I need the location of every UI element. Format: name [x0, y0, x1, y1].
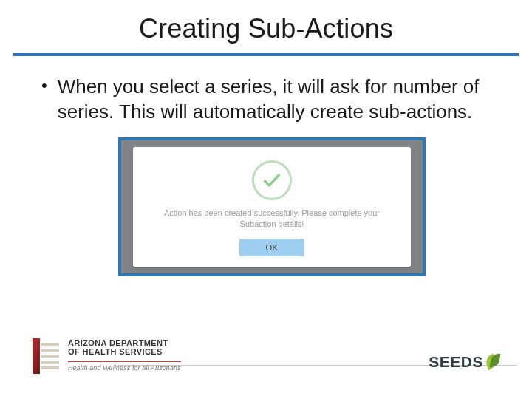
success-check-icon	[252, 160, 292, 200]
agency-line1: ARIZONA DEPARTMENT	[68, 338, 181, 347]
footer: ARIZONA DEPARTMENT OF HEALTH SERVICES He…	[15, 338, 517, 389]
seeds-leaf-icon	[486, 353, 499, 371]
bullet-item: • When you select a series, it will ask …	[41, 74, 502, 124]
agency-line2: OF HEALTH SERVICES	[68, 347, 181, 356]
title-area: Creating Sub-Actions	[0, 0, 532, 49]
dialog-screenshot-frame: Action has been created successfully. Pl…	[118, 137, 426, 276]
slide: Creating Sub-Actions • When you select a…	[0, 0, 532, 399]
ok-button[interactable]: OK	[239, 239, 305, 256]
bullet-text: When you select a series, it will ask fo…	[58, 74, 502, 124]
seeds-wordmark: SEEDS	[429, 353, 483, 371]
bullet-icon: •	[41, 74, 58, 98]
body-area: • When you select a series, it will ask …	[0, 56, 532, 276]
agency-tagline: Health and Wellness for all Arizonans	[68, 361, 181, 372]
azdhs-logo: ARIZONA DEPARTMENT OF HEALTH SERVICES He…	[33, 338, 181, 374]
success-dialog: Action has been created successfully. Pl…	[133, 147, 411, 267]
azdhs-text: ARIZONA DEPARTMENT OF HEALTH SERVICES He…	[68, 338, 181, 372]
azdhs-mark-icon	[33, 338, 61, 374]
dialog-message: Action has been created successfully. Pl…	[146, 208, 398, 230]
seeds-logo: SEEDS	[429, 353, 499, 371]
page-title: Creating Sub-Actions	[30, 13, 502, 44]
